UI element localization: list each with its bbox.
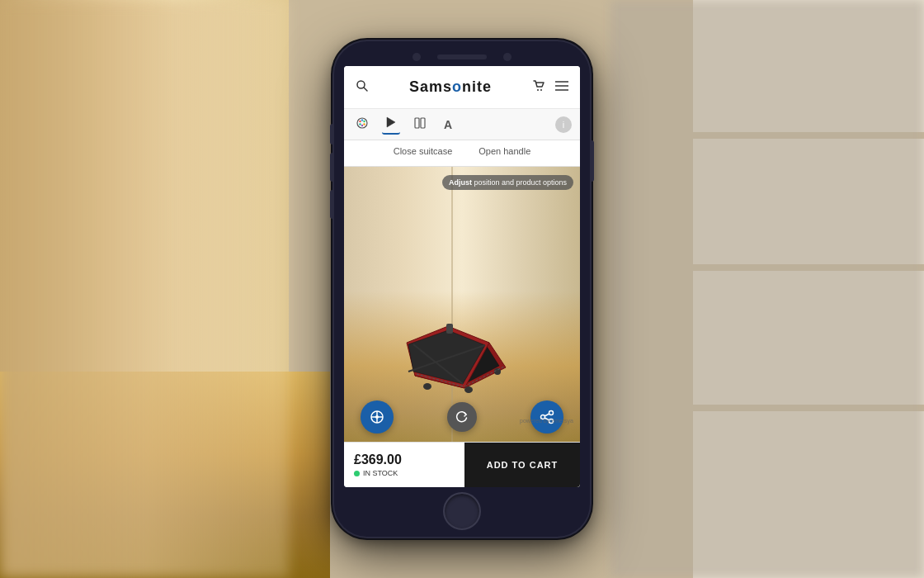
search-icon[interactable]: [356, 79, 369, 96]
svg-point-18: [423, 383, 431, 390]
position-ar-button[interactable]: [361, 400, 394, 434]
cart-icon[interactable]: [532, 79, 545, 96]
svg-point-19: [464, 386, 473, 393]
play-icon[interactable]: [382, 114, 400, 135]
svg-point-2: [537, 89, 539, 91]
phone-device: Samsonite: [334, 41, 590, 537]
suitcase-3d-model: [398, 297, 514, 396]
svg-rect-15: [421, 118, 425, 128]
color-palette-icon[interactable]: [352, 115, 372, 134]
phone-screen: Samsonite: [344, 66, 580, 487]
svg-point-9: [361, 119, 363, 121]
nav-right-icons: [532, 79, 568, 96]
svg-line-1: [364, 88, 367, 91]
svg-rect-21: [446, 324, 453, 334]
stock-label: IN STOCK: [363, 469, 398, 477]
bottom-bar: £369.00 IN STOCK ADD TO CART: [344, 442, 580, 487]
svg-point-26: [549, 411, 554, 415]
stock-indicator: [354, 471, 360, 476]
svg-point-12: [361, 125, 363, 126]
emersya-watermark: powered by emersya: [520, 418, 573, 424]
svg-point-13: [359, 123, 361, 125]
info-icon[interactable]: i: [555, 116, 572, 133]
animation-tabs: Close suitcase Open handle: [344, 140, 580, 167]
home-button[interactable]: [443, 492, 481, 530]
phone-top-bar: [334, 41, 590, 66]
bg-blur-left: [0, 0, 289, 578]
adjust-tooltip: Adjust position and product options: [442, 175, 573, 190]
volume-up-button: [330, 124, 334, 144]
nav-bar: Samsonite: [344, 66, 580, 109]
power-button: [590, 140, 594, 182]
add-to-cart-button[interactable]: ADD TO CART: [464, 443, 580, 488]
svg-point-11: [363, 123, 365, 125]
bg-blur-right: [610, 0, 924, 578]
share-ar-button[interactable]: [530, 400, 563, 434]
toolbar: A i: [344, 109, 580, 140]
svg-point-10: [363, 121, 365, 122]
price-amount: £369.00: [354, 452, 455, 467]
tab-close-suitcase[interactable]: Close suitcase: [390, 146, 456, 161]
tab-open-handle[interactable]: Open handle: [475, 146, 534, 161]
layout-icon[interactable]: [410, 115, 430, 134]
brand-logo: Samsonite: [409, 78, 492, 96]
refresh-ar-button[interactable]: [447, 402, 477, 432]
svg-point-20: [494, 368, 501, 375]
stock-status: IN STOCK: [354, 469, 455, 477]
front-camera: [412, 53, 421, 61]
bixby-button: [330, 190, 334, 219]
phone-bottom: [334, 487, 590, 535]
svg-point-3: [540, 89, 542, 91]
sensor: [503, 53, 512, 61]
speaker-grille: [437, 54, 487, 59]
svg-line-29: [544, 414, 549, 416]
svg-point-25: [375, 415, 379, 419]
text-icon[interactable]: A: [440, 116, 456, 134]
svg-rect-14: [415, 118, 419, 128]
ar-bottom-buttons: [344, 400, 580, 434]
menu-icon[interactable]: [555, 80, 568, 95]
price-section: £369.00 IN STOCK: [344, 452, 464, 477]
svg-point-8: [359, 121, 361, 122]
volume-down-button: [330, 153, 334, 182]
ar-viewport[interactable]: Adjust position and product options: [344, 167, 580, 442]
